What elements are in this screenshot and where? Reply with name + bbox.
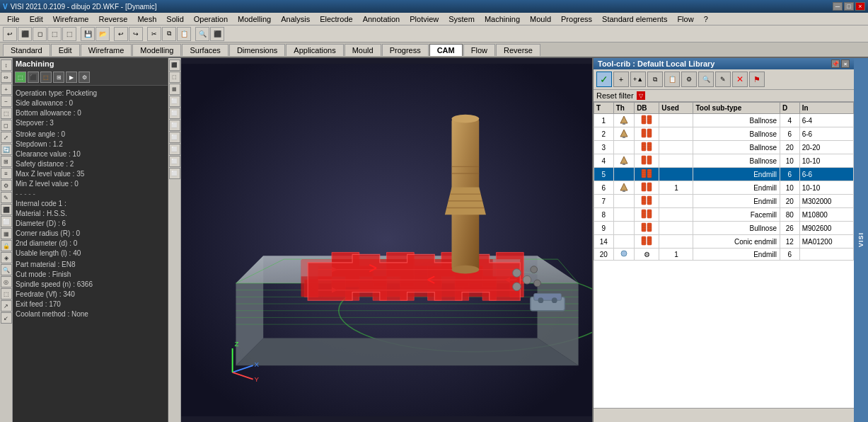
toolbar-btn-4[interactable]: ⬚ xyxy=(47,27,62,41)
menu-operation[interactable]: Operation xyxy=(190,14,232,24)
menu-wireframe[interactable]: Wireframe xyxy=(49,14,93,24)
left-icon-21[interactable]: ↗ xyxy=(1,300,12,312)
menu-annotation[interactable]: Annotation xyxy=(359,14,405,24)
toolbar-btn-6[interactable]: 💾 xyxy=(81,27,95,41)
tc-btn-paste[interactable]: 📋 xyxy=(664,72,680,87)
tab-dimensions[interactable]: Dimensions xyxy=(229,44,285,56)
left-icon-13[interactable]: ⬛ xyxy=(1,204,12,215)
prop-icon-6[interactable]: ⚙ xyxy=(79,72,90,83)
table-row[interactable]: 14 Conic endmill 12 MA01200 xyxy=(594,235,854,249)
tc-btn-settings[interactable]: ⚙ xyxy=(681,72,697,87)
toolbar-btn-9[interactable]: ↪ xyxy=(129,27,143,41)
left-icon-20[interactable]: ⬚ xyxy=(1,288,12,300)
menu-system[interactable]: System xyxy=(444,14,479,24)
left-icon-22[interactable]: ↙ xyxy=(1,312,12,324)
left2-icon-7[interactable]: ⬜ xyxy=(169,132,180,143)
table-row[interactable]: 6 1 Endmill 10 10-10 xyxy=(594,181,854,195)
left2-icon-4[interactable]: ⬜ xyxy=(169,96,180,107)
tab-surfaces[interactable]: Surfaces xyxy=(182,44,228,56)
left-icon-4[interactable]: − xyxy=(1,96,12,107)
panel-close-btn[interactable]: × xyxy=(841,59,850,68)
left-icon-8[interactable]: 🔄 xyxy=(1,144,12,155)
left2-icon-8[interactable]: ⬜ xyxy=(169,144,180,155)
menu-edit[interactable]: Edit xyxy=(25,14,47,24)
tc-btn-delete[interactable]: ✕ xyxy=(732,72,748,87)
left-icon-1[interactable]: ↕ xyxy=(1,59,12,71)
left-icon-17[interactable]: ◈ xyxy=(1,252,12,263)
menu-flow[interactable]: Flow xyxy=(673,14,698,24)
tab-flow[interactable]: Flow xyxy=(463,44,495,56)
left2-icon-3[interactable]: ▦ xyxy=(169,84,180,95)
prop-icon-1[interactable]: ⬚ xyxy=(15,72,26,83)
left-icon-3[interactable]: + xyxy=(1,84,12,95)
tab-cam[interactable]: CAM xyxy=(429,44,463,56)
menu-reverse[interactable]: Reverse xyxy=(94,14,132,24)
tab-applications[interactable]: Applications xyxy=(286,44,343,56)
table-row[interactable]: 5 Endmill 6 6-6 xyxy=(594,168,854,181)
tc-btn-edit[interactable]: ✎ xyxy=(715,72,731,87)
prop-icon-5[interactable]: ▶ xyxy=(66,72,77,83)
tab-progress[interactable]: Progress xyxy=(382,44,429,56)
table-row[interactable]: 4 Ballnose 10 10-10 xyxy=(594,154,854,168)
menu-file[interactable]: File xyxy=(3,14,24,24)
tc-btn-search[interactable]: 🔍 xyxy=(698,72,714,87)
menu-solid[interactable]: Solid xyxy=(162,14,187,24)
table-row[interactable]: 20 ⚙ 1 Endmill 6 xyxy=(594,249,854,261)
prop-icon-4[interactable]: ⊞ xyxy=(53,72,64,83)
menu-modelling[interactable]: Modelling xyxy=(233,14,275,24)
toolbar-btn-5[interactable]: ⬚ xyxy=(62,27,76,41)
left2-icon-10[interactable]: ⬜ xyxy=(169,168,180,179)
prop-icon-3[interactable]: ⬚ xyxy=(40,72,52,83)
menu-plotview[interactable]: Plotview xyxy=(405,14,443,24)
menu-progress[interactable]: Progress xyxy=(557,14,596,24)
menu-mesh[interactable]: Mesh xyxy=(133,14,161,24)
minimize-btn[interactable]: ─ xyxy=(833,2,843,11)
tc-btn-flag[interactable]: ⚑ xyxy=(749,72,765,87)
left2-icon-5[interactable]: ⬜ xyxy=(169,108,180,119)
menu-analysis[interactable]: Analysis xyxy=(277,14,314,24)
toolbar-btn-2[interactable]: ⬛ xyxy=(18,27,32,41)
left-icon-12[interactable]: ✎ xyxy=(1,192,12,203)
left-icon-14[interactable]: ⬜ xyxy=(1,216,12,227)
table-row[interactable]: 7 Endmill 20 M302000 xyxy=(594,195,854,208)
tab-reverse[interactable]: Reverse xyxy=(496,44,540,56)
table-row[interactable]: 1 Ballnose 4 6-4 xyxy=(594,114,854,127)
menu-mould[interactable]: Mould xyxy=(526,14,555,24)
left-icon-5[interactable]: ⬚ xyxy=(1,108,12,119)
toolbar-btn-11[interactable]: ⧉ xyxy=(162,27,176,41)
viewport[interactable]: X Y Z xyxy=(181,58,592,422)
tab-edit[interactable]: Edit xyxy=(51,44,80,56)
toolbar-btn-10[interactable]: ✂ xyxy=(147,27,161,41)
left-icon-15[interactable]: ▦ xyxy=(1,228,12,239)
filter-clear-btn[interactable]: ▽ xyxy=(637,91,645,100)
left-icon-10[interactable]: ≡ xyxy=(1,168,12,179)
tab-modelling[interactable]: Modelling xyxy=(132,44,181,56)
maximize-btn[interactable]: □ xyxy=(844,2,854,11)
tc-btn-add[interactable]: + xyxy=(613,72,629,87)
tc-table-wrap[interactable]: T Th DB Used Tool sub-type D In 1 Ballno… xyxy=(594,102,854,408)
prop-icon-2[interactable]: ⬛ xyxy=(28,72,39,83)
toolbar-btn-13[interactable]: 🔍 xyxy=(195,27,209,41)
menu-standard-elements[interactable]: Standard elements xyxy=(598,14,671,24)
toolbar-btn-7[interactable]: 📂 xyxy=(96,27,110,41)
left2-icon-6[interactable]: ⬜ xyxy=(169,120,180,131)
tc-btn-check[interactable]: ✓ xyxy=(596,72,612,87)
tc-btn-copy[interactable]: ⧉ xyxy=(647,72,663,87)
left-icon-2[interactable]: ⇔ xyxy=(1,72,12,83)
left-icon-18[interactable]: 🔍 xyxy=(1,264,12,275)
table-row[interactable]: 3 Ballnose 20 20-20 xyxy=(594,141,854,154)
tab-wireframe[interactable]: Wireframe xyxy=(81,44,132,56)
tab-standard[interactable]: Standard xyxy=(3,44,50,56)
toolbar-btn-3[interactable]: ◻ xyxy=(33,27,47,41)
left-icon-7[interactable]: ⤢ xyxy=(1,132,12,143)
left-icon-19[interactable]: ◎ xyxy=(1,276,12,287)
menu-help[interactable]: ? xyxy=(700,14,712,24)
table-row[interactable]: 2 Ballnose 6 6-6 xyxy=(594,127,854,141)
close-btn[interactable]: × xyxy=(855,2,865,11)
toolbar-btn-1[interactable]: ↩ xyxy=(3,27,17,41)
table-row[interactable]: 8 Facemill 80 M10800 xyxy=(594,208,854,222)
left-icon-9[interactable]: ⊞ xyxy=(1,156,12,167)
left2-icon-9[interactable]: ⬜ xyxy=(169,156,180,167)
panel-pin-btn[interactable]: 📌 xyxy=(831,59,840,68)
left2-icon-2[interactable]: ⬚ xyxy=(169,72,180,83)
